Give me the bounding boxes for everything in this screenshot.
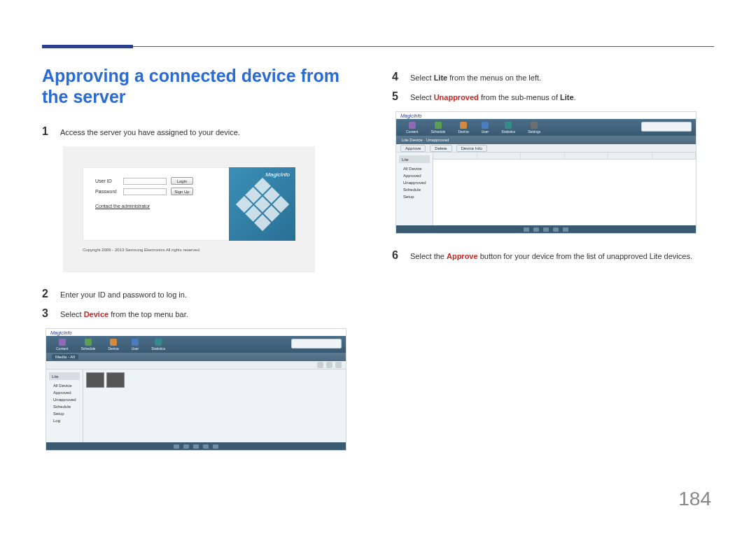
text-bold: Lite <box>434 73 448 82</box>
sidebar-item[interactable]: Approved <box>399 172 430 179</box>
search-input[interactable] <box>291 339 342 349</box>
login-form: User ID Login Password Sign Up Contact t… <box>83 167 229 241</box>
text-pre: Select the <box>410 252 447 260</box>
text-post: button for your device from the list of … <box>478 252 692 260</box>
step-2: 2 Enter your ID and password to log in. <box>42 288 364 300</box>
nav-device[interactable]: Device <box>458 122 468 134</box>
sidebar-item[interactable]: Unapproved <box>49 396 80 403</box>
toolbar-icon[interactable] <box>335 362 342 368</box>
nav-statistics[interactable]: Statistics <box>151 339 165 351</box>
app-brand: MagicInfo <box>46 329 346 336</box>
app-toolbar <box>46 361 346 370</box>
user-id-input[interactable] <box>123 178 167 185</box>
delete-button[interactable]: Delete <box>430 145 451 152</box>
nav-schedule[interactable]: Schedule <box>81 339 96 351</box>
login-brand-text: MagicInfo <box>265 171 290 178</box>
nav-device[interactable]: Device <box>108 339 118 351</box>
app-sidebar: Lite All Device Approved Unapproved Sche… <box>396 153 433 225</box>
sidebar-item-unapproved[interactable]: Unapproved <box>399 179 430 186</box>
app-footer <box>396 225 696 233</box>
step-3: 3 Select Device from the top menu bar. <box>42 307 364 320</box>
sidebar-item[interactable]: All Device <box>399 165 430 172</box>
header-rule <box>42 46 714 47</box>
footer-icon[interactable] <box>203 444 209 449</box>
toolbar-icon[interactable] <box>317 362 323 368</box>
text-bold: Unapproved <box>434 93 479 101</box>
app-sidebar: Lite All Device Approved Unapproved Sche… <box>46 370 83 442</box>
app-topnav: Content Schedule Device User Statistics … <box>396 119 696 136</box>
user-id-label: User ID <box>95 178 119 183</box>
approve-button[interactable]: Approve <box>400 145 426 152</box>
password-input[interactable] <box>123 188 167 195</box>
footer-icon[interactable] <box>563 227 568 232</box>
login-panel: User ID Login Password Sign Up Contact t… <box>83 167 295 241</box>
nav-statistics[interactable]: Statistics <box>501 122 515 134</box>
list-header <box>433 153 696 160</box>
nav-user[interactable]: User <box>132 339 139 351</box>
sidebar-item[interactable]: All Device <box>49 382 80 389</box>
step-text: Access the server you have assigned to y… <box>60 128 240 136</box>
step-number: 4 <box>392 71 400 83</box>
text-pre: Select <box>410 93 434 101</box>
sidebar-item[interactable]: Setup <box>49 410 80 417</box>
search-input[interactable] <box>641 122 692 132</box>
step-6: 6 Select the Approve button for your dev… <box>392 249 714 262</box>
app-topnav: Content Schedule Device User Statistics <box>46 336 346 353</box>
signup-button[interactable]: Sign Up <box>171 188 193 195</box>
sidebar-head[interactable]: Lite <box>399 155 430 163</box>
step-text: Select Lite from the menus on the left. <box>410 73 541 82</box>
sidebar-item[interactable]: Setup <box>399 193 430 200</box>
login-button[interactable]: Login <box>171 177 193 185</box>
footer-icon[interactable] <box>553 227 559 232</box>
footer-icon[interactable] <box>543 227 549 232</box>
step-1: 1 Access the server you have assigned to… <box>42 125 364 138</box>
app-main <box>83 370 346 442</box>
step-4: 4 Select Lite from the menus on the left… <box>392 71 714 83</box>
figure-app-device: MagicInfo Content Schedule Device User S… <box>46 328 346 451</box>
footer-icon[interactable] <box>193 444 199 449</box>
step-text: Enter your ID and password to log in. <box>60 290 187 299</box>
step-text: Select Unapproved from the sub-menus of … <box>410 93 576 101</box>
text-mid: from the sub-menus of <box>479 93 560 101</box>
footer-icon[interactable] <box>174 444 179 449</box>
footer-icon[interactable] <box>213 444 218 449</box>
sidebar-item[interactable]: Schedule <box>49 403 80 410</box>
nav-settings[interactable]: Settings <box>528 122 540 134</box>
nav-content[interactable]: Content <box>406 122 419 134</box>
app-main-list <box>433 153 696 225</box>
text-bold: Approve <box>447 252 478 260</box>
sidebar-head[interactable]: Lite <box>49 372 80 380</box>
text-end: . <box>574 93 576 101</box>
step-number: 1 <box>42 125 50 138</box>
text-pre: Select <box>410 73 434 82</box>
login-hero: MagicInfo <box>229 167 295 241</box>
sidebar-item[interactable]: Log <box>49 417 80 424</box>
sidebar-item[interactable]: Approved <box>49 389 80 396</box>
header-accent <box>42 45 133 48</box>
step-number: 5 <box>392 90 400 103</box>
device-thumbnail[interactable] <box>86 372 104 388</box>
contact-admin-link[interactable]: Contact the administrator <box>95 204 222 209</box>
footer-icon[interactable] <box>524 227 529 232</box>
figure-app-unapproved: MagicInfo Content Schedule Device User S… <box>396 111 696 234</box>
text-post: from the menus on the left. <box>447 73 541 82</box>
nav-content[interactable]: Content <box>56 339 69 351</box>
nav-user[interactable]: User <box>482 122 489 134</box>
app-subnav: Media - All <box>46 353 346 361</box>
subnav-label: Lite Device · Unapproved <box>402 138 449 142</box>
text-bold: Device <box>84 310 108 318</box>
app-brand: MagicInfo <box>396 112 696 119</box>
footer-icon[interactable] <box>183 444 189 449</box>
nav-schedule[interactable]: Schedule <box>431 122 446 134</box>
step-number: 2 <box>42 288 50 300</box>
step-number: 3 <box>42 307 50 320</box>
footer-icon[interactable] <box>533 227 539 232</box>
text-pre: Select <box>60 310 84 318</box>
sidebar-item[interactable]: Schedule <box>399 186 430 193</box>
device-thumbnail[interactable] <box>106 372 125 388</box>
device-info-button[interactable]: Device Info <box>456 145 487 152</box>
password-label: Password <box>95 189 119 194</box>
text-bold2: Lite <box>560 93 574 101</box>
step-text: Select the Approve button for your devic… <box>410 252 692 260</box>
toolbar-icon[interactable] <box>326 362 332 368</box>
